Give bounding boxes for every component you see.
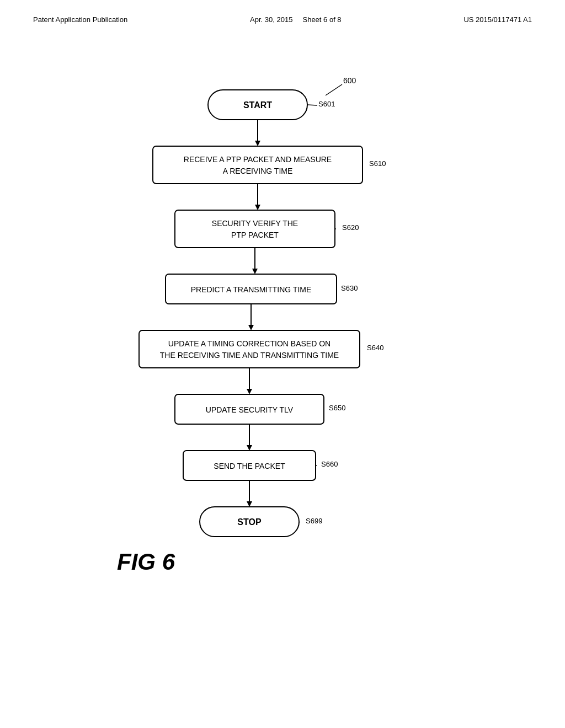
- step1-line1: RECEIVE A PTP PACKET AND MEASURE: [184, 155, 332, 164]
- header-sheet: Sheet 6 of 8: [302, 15, 341, 24]
- arrow6: [247, 445, 252, 451]
- step1-node: [153, 146, 363, 184]
- header-center: Apr. 30, 2015 Sheet 6 of 8: [250, 15, 342, 24]
- s640-label: S640: [367, 344, 383, 352]
- s650-label: S650: [329, 404, 345, 412]
- s660-label: S660: [321, 460, 338, 468]
- step2-node: [175, 210, 335, 248]
- s699-label: S699: [306, 517, 322, 525]
- flowchart-svg: 600 START S601 RECEIVE A PTP PACKET AND …: [67, 40, 498, 691]
- svg-line-0: [326, 84, 342, 95]
- step1-line2: A RECEIVING TIME: [223, 167, 293, 175]
- step5-label: UPDATE SECURITY TLV: [206, 405, 294, 414]
- svg-line-1: [307, 105, 317, 105]
- step3-label: PREDICT A TRANSMITTING TIME: [191, 285, 312, 294]
- step4-node: [139, 330, 360, 368]
- step4-line1: UPDATE A TIMING CORRECTION BASED ON: [168, 339, 331, 348]
- patent-page: Patent Application Publication Apr. 30, …: [0, 0, 565, 728]
- arrow4: [248, 325, 254, 330]
- step2-line2: PTP PACKET: [231, 231, 279, 239]
- s620-label: S620: [342, 223, 359, 232]
- header-right: US 2015/0117471 A1: [463, 15, 532, 24]
- arrow3: [252, 269, 258, 274]
- figure-label: FIG 6: [117, 549, 175, 575]
- header-date: Apr. 30, 2015: [250, 15, 292, 24]
- arrow5: [247, 389, 252, 394]
- step4-line2: THE RECEIVING TIME AND TRANSMITTING TIME: [160, 351, 339, 360]
- diagram-id-600: 600: [343, 76, 356, 85]
- s630-label: S630: [341, 284, 358, 292]
- start-label: START: [243, 100, 272, 110]
- arrow2: [255, 205, 260, 210]
- header-left: Patent Application Publication: [33, 15, 127, 24]
- flowchart-diagram: 600 START S601 RECEIVE A PTP PACKET AND …: [0, 40, 565, 691]
- s601-label: S601: [318, 100, 335, 108]
- step2-line1: SECURITY VERIFY THE: [212, 219, 298, 228]
- stop-label: STOP: [237, 517, 262, 527]
- arrow1: [255, 141, 260, 146]
- step6-label: SEND THE PACKET: [214, 462, 285, 470]
- arrow7: [247, 501, 252, 507]
- s610-label: S610: [369, 159, 386, 168]
- page-header: Patent Application Publication Apr. 30, …: [0, 0, 565, 24]
